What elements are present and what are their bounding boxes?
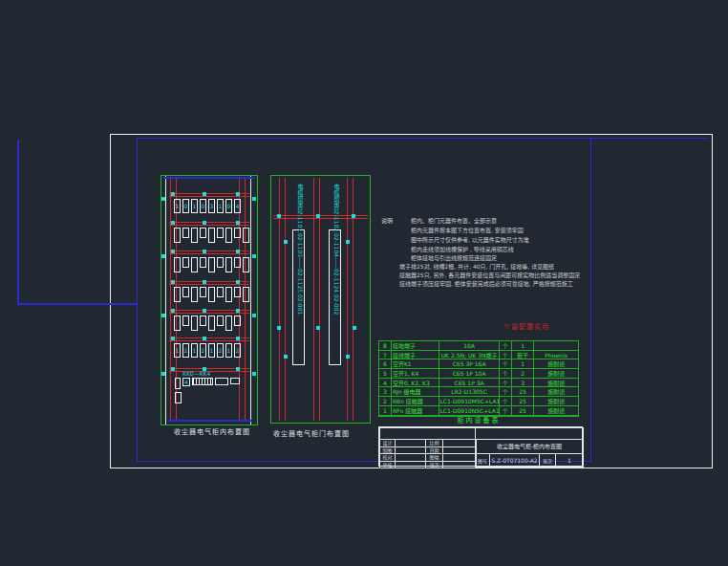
cad-model-space[interactable]: 1010310412121212KK0—KK44 收尘器电气柜内布置图 电缆桥架…: [0, 0, 728, 566]
bom-cell: 1: [512, 341, 535, 351]
breaker: [225, 316, 232, 331]
din-rail: [169, 313, 249, 314]
breaker-labeled: 1: [208, 343, 215, 358]
breaker: [182, 228, 189, 238]
bom-cell: 2: [379, 397, 392, 406]
door-clip-marker: [284, 240, 288, 244]
breaker: [182, 287, 189, 297]
rail-clip-marker: [171, 337, 175, 340]
rail-clip-marker: [171, 250, 175, 253]
rail-clip-marker: [252, 372, 256, 376]
breaker: [208, 228, 215, 243]
rail-clip-marker: [161, 197, 165, 201]
bom-row: 4空开0, K2, K3C65 1P 3A个3施耐德: [379, 379, 578, 388]
breaker: [174, 257, 181, 272]
bom-cell: 个: [500, 341, 512, 351]
breaker-labeled: 2: [217, 343, 224, 358]
door-clip-marker: [316, 214, 320, 218]
breaker: [208, 257, 215, 272]
bom-cell: 施耐德: [534, 397, 578, 406]
breaker: [191, 257, 198, 272]
kk-component: [215, 378, 228, 385]
breaker: [191, 228, 198, 243]
rail-clip-marker: [236, 221, 240, 225]
door-clip-marker: [316, 326, 320, 330]
breaker-labeled: 3: [208, 199, 215, 213]
bom-cell: RBn 接触器: [392, 397, 440, 406]
breaker: [182, 316, 189, 326]
bom-row: 8接地端子10A个1: [379, 341, 578, 351]
bom-row: 5空开1, K4C65 1P 10A个2施耐德: [379, 369, 578, 379]
bom-cell: 8: [379, 341, 392, 351]
breaker: [191, 287, 198, 302]
kk-component-row: 4: [175, 378, 251, 389]
rail-clip-marker: [171, 280, 175, 284]
breaker: [243, 228, 249, 243]
sheet-no: 1: [555, 453, 584, 468]
rail-clip-marker: [171, 192, 175, 196]
bom-row: 6空开K1C65 3P 16A个1施耐德: [379, 359, 578, 369]
cabinet-door-panel: 电缆桥架DZ-1101.02-1103——02-1125.02-001电缆桥架D…: [270, 175, 371, 424]
rail-clip-marker: [171, 221, 175, 225]
breaker: [225, 257, 232, 272]
title-block: 收尘器电气柜-柜内布置图 图号 S.Z-0T07100-A2 张次 1 设计比例…: [378, 426, 583, 467]
rail-clip-marker: [252, 254, 256, 258]
titleblock-value: [442, 461, 477, 469]
din-rail: [169, 284, 249, 285]
breaker-row: [174, 287, 248, 302]
bom-cell: [534, 341, 578, 351]
cabinet-interior-panel: 1010310412121212KK0—KK44: [161, 175, 258, 425]
bom-cell: 10A: [439, 341, 499, 351]
breaker-labeled: 1: [174, 199, 181, 213]
breaker-labeled: 1: [225, 343, 232, 358]
breaker-labeled: 0: [200, 199, 206, 213]
din-rail: [169, 225, 249, 226]
breaker-labeled: 2: [234, 343, 241, 358]
red-stamp-text: 少量配置实用: [503, 321, 549, 331]
kk-range-label: KK0—KK4: [182, 370, 210, 377]
breaker: [234, 257, 241, 268]
bom-cell: 空开K1: [392, 359, 440, 369]
breaker: [243, 257, 249, 272]
panel-top-edge: [163, 177, 255, 179]
bom-cell: Phoenix: [534, 351, 578, 360]
bom-cell: 25: [512, 397, 535, 406]
din-rail: [169, 340, 249, 341]
rail-clip-marker: [236, 192, 240, 196]
breaker-labeled: 2: [200, 343, 206, 358]
cabinet-interior-caption: 收尘器电气柜内布置图: [174, 426, 250, 436]
door-clip-marker: [284, 355, 288, 359]
bom-cell: 6: [379, 359, 392, 369]
bom-cell: 个: [500, 359, 512, 369]
breaker: [174, 287, 181, 302]
breaker: [217, 287, 224, 297]
breaker-labeled: 0: [182, 199, 189, 213]
bom-cell: 施耐德: [534, 359, 578, 369]
bom-cell: 个: [500, 379, 512, 388]
bom-cell: 个: [500, 351, 512, 360]
bom-cell: C65 1P 10A: [439, 369, 499, 379]
breaker: [234, 287, 241, 297]
breaker-row: [174, 228, 248, 243]
bom-cell: 空开1, K4: [392, 369, 440, 379]
bom-table: 8接地端子10A个17接线端子UK 2.5N; UK 3N端子个若干Phoeni…: [378, 340, 579, 417]
rail-clip-marker: [252, 314, 256, 317]
breaker: [217, 316, 224, 326]
bom-row: 2RBn 接触器LC1-D0910M5C+LA1-DN28C个25施耐德: [379, 397, 578, 406]
rail-clip-marker: [161, 372, 165, 376]
breaker: [174, 228, 181, 243]
breaker: [217, 228, 224, 238]
panel-bottom-edge: [167, 420, 251, 422]
door-rail: [273, 218, 368, 219]
bom-cell: RJn 继电器: [392, 387, 440, 397]
leader-line-horizontal: [17, 303, 138, 305]
sheet-label: 张次: [539, 453, 556, 468]
notes-label: 说明: [381, 217, 393, 224]
bom-cell: 施耐德: [534, 387, 578, 397]
bom-row: 3RJn 继电器LR2-D1305C个25施耐德: [379, 387, 578, 397]
breaker: [200, 316, 206, 326]
bom-cell: 接线端子: [392, 351, 440, 360]
breaker-row: 10103104: [174, 199, 248, 213]
breaker-labeled: 1: [191, 199, 198, 213]
breaker: [208, 316, 215, 331]
